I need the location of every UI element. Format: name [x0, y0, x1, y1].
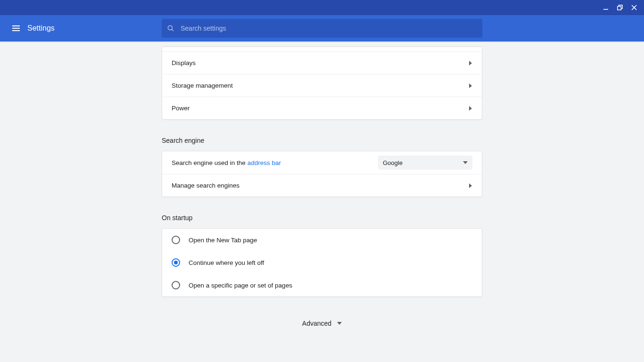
device-section-card: Displays Storage management Power	[162, 46, 482, 120]
menu-icon	[11, 24, 21, 33]
svg-rect-2	[618, 7, 621, 10]
page-title: Settings	[27, 24, 55, 33]
window-restore-button[interactable]	[613, 0, 627, 15]
search-engine-section-title: Search engine	[162, 137, 482, 144]
radio-icon	[172, 258, 180, 267]
startup-option-continue[interactable]: Continue where you left off	[162, 251, 482, 274]
row-label: Search engine used in the address bar	[172, 159, 281, 166]
chevron-right-icon	[469, 83, 472, 88]
window-minimize-button[interactable]	[599, 0, 613, 15]
svg-rect-0	[603, 9, 608, 10]
storage-management-row[interactable]: Storage management	[162, 74, 482, 97]
app-toolbar: Settings	[0, 15, 644, 41]
option-label: Continue where you left off	[189, 259, 264, 266]
on-startup-card: Open the New Tab page Continue where you…	[162, 228, 482, 297]
power-row[interactable]: Power	[162, 97, 482, 119]
on-startup-section-title: On startup	[162, 214, 482, 222]
radio-icon	[172, 281, 180, 289]
svg-point-8	[168, 25, 172, 30]
advanced-label: Advanced	[302, 320, 331, 327]
chevron-right-icon	[469, 106, 472, 111]
svg-rect-7	[12, 30, 20, 31]
svg-rect-5	[12, 25, 20, 26]
option-label: Open a specific page or set of pages	[189, 282, 292, 289]
row-label-prefix: Search engine used in the	[172, 159, 248, 166]
row-label: Displays	[172, 59, 196, 66]
address-bar-link[interactable]: address bar	[248, 159, 281, 166]
dropdown-arrow-icon	[463, 161, 468, 164]
startup-option-specific[interactable]: Open a specific page or set of pages	[162, 274, 482, 296]
advanced-expander[interactable]: Advanced	[162, 320, 482, 327]
manage-search-engines-row[interactable]: Manage search engines	[162, 174, 482, 197]
clipped-row	[162, 47, 482, 51]
window-titlebar	[0, 0, 644, 15]
menu-button[interactable]	[5, 17, 27, 40]
search-engine-row: Search engine used in the address bar Go…	[162, 151, 482, 174]
row-label: Power	[172, 105, 190, 112]
svg-line-9	[172, 29, 173, 31]
row-label: Storage management	[172, 82, 233, 89]
window-close-button[interactable]	[627, 0, 641, 15]
radio-icon	[172, 236, 180, 244]
chevron-down-icon	[337, 322, 342, 325]
chevron-right-icon	[469, 61, 472, 66]
displays-row[interactable]: Displays	[162, 51, 482, 74]
svg-rect-6	[12, 28, 20, 29]
search-input[interactable]	[175, 24, 478, 33]
search-engine-dropdown[interactable]: Google	[378, 156, 472, 170]
option-label: Open the New Tab page	[189, 237, 257, 244]
search-icon	[166, 24, 175, 33]
dropdown-value: Google	[383, 159, 403, 166]
row-label: Manage search engines	[172, 182, 239, 189]
startup-option-new-tab[interactable]: Open the New Tab page	[162, 229, 482, 251]
chevron-right-icon	[469, 183, 472, 188]
search-engine-card: Search engine used in the address bar Go…	[162, 151, 482, 197]
settings-content: Displays Storage management Power Search…	[162, 41, 482, 346]
search-field[interactable]	[162, 19, 482, 38]
